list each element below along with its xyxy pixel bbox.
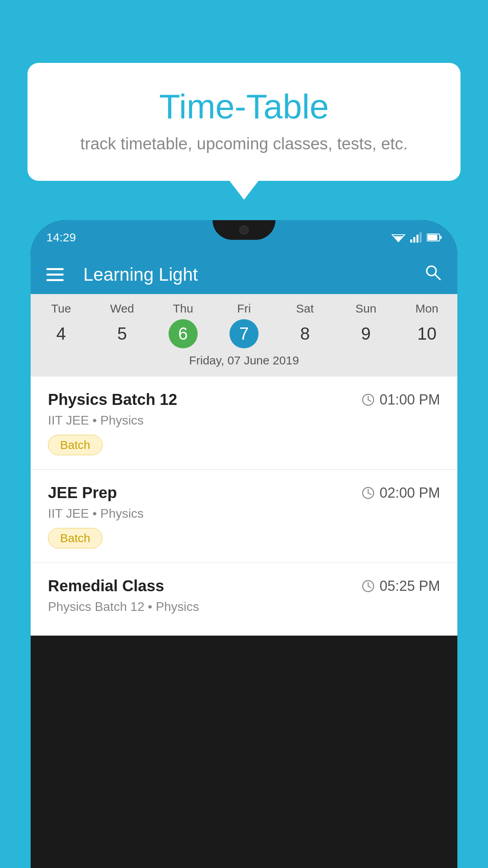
schedule-subtitle-2: IIT JEE • Physics: [48, 506, 440, 521]
hamburger-menu-button[interactable]: [46, 268, 64, 281]
svg-marker-0: [394, 236, 403, 242]
day-4[interactable]: 4: [31, 321, 92, 347]
speech-bubble: Time-Table track timetable, upcoming cla…: [28, 63, 460, 181]
day-label-sat[interactable]: Sat: [275, 302, 336, 315]
batch-badge-1: Batch: [48, 435, 103, 455]
day-label-fri[interactable]: Fri: [213, 302, 274, 315]
schedule-subtitle-3: Physics Batch 12 • Physics: [48, 600, 440, 614]
schedule-title-2: JEE Prep: [48, 484, 117, 502]
battery-icon: [427, 233, 442, 242]
day-label-mon[interactable]: Mon: [396, 302, 457, 315]
svg-rect-3: [413, 237, 415, 243]
schedule-item-1[interactable]: Physics Batch 12 01:00 PM IIT JEE • Phys…: [31, 377, 457, 470]
day-7-selected[interactable]: 7: [229, 319, 259, 348]
status-time: 14:29: [46, 231, 76, 244]
schedule-subtitle-1: IIT JEE • Physics: [48, 413, 440, 428]
app-title: Learning Light: [83, 264, 409, 285]
schedule-time-1: 01:00 PM: [361, 392, 440, 408]
day-label-thu[interactable]: Thu: [152, 302, 213, 315]
notch: [213, 220, 275, 240]
speech-bubble-title: Time-Table: [59, 86, 429, 127]
clock-icon-1: [361, 393, 375, 406]
day-5[interactable]: 5: [92, 321, 152, 347]
schedule-item-2[interactable]: JEE Prep 02:00 PM IIT JEE • Physics Batc…: [31, 470, 457, 563]
schedule-time-3: 05:25 PM: [361, 578, 440, 594]
svg-rect-7: [427, 235, 437, 240]
svg-line-16: [368, 493, 371, 495]
schedule-title-1: Physics Batch 12: [48, 391, 177, 408]
status-bar: 14:29: [31, 220, 457, 255]
calendar-strip: Tue Wed Thu Fri Sat Sun Mon 4 5 6 7 8 9 …: [31, 294, 457, 377]
day-numbers: 4 5 6 7 8 9 10: [31, 319, 457, 348]
day-headers: Tue Wed Thu Fri Sat Sun Mon: [31, 302, 457, 315]
svg-rect-5: [420, 232, 422, 243]
status-icons: [391, 232, 442, 243]
schedule-item-3[interactable]: Remedial Class 05:25 PM Physics Batch 12…: [31, 563, 457, 636]
signal-icon: [410, 232, 422, 243]
search-button[interactable]: [424, 264, 442, 285]
day-8[interactable]: 8: [275, 321, 336, 347]
phone-frame: 14:29: [31, 220, 457, 868]
svg-rect-8: [440, 236, 442, 239]
app-bar: Learning Light: [31, 255, 457, 294]
clock-icon-2: [361, 486, 375, 500]
day-label-tue[interactable]: Tue: [31, 302, 92, 315]
day-label-wed[interactable]: Wed: [92, 302, 152, 315]
svg-line-13: [368, 400, 371, 401]
day-10[interactable]: 10: [396, 321, 457, 347]
speech-bubble-subtitle: track timetable, upcoming classes, tests…: [59, 134, 429, 153]
schedule-container: Physics Batch 12 01:00 PM IIT JEE • Phys…: [31, 377, 457, 636]
svg-rect-4: [416, 235, 418, 243]
current-date-label: Friday, 07 June 2019: [31, 354, 457, 373]
camera: [239, 225, 249, 235]
clock-icon-3: [361, 579, 375, 593]
day-6-today[interactable]: 6: [169, 319, 198, 348]
svg-rect-2: [410, 239, 412, 243]
schedule-time-2: 02:00 PM: [361, 485, 440, 501]
svg-line-10: [435, 274, 440, 280]
svg-line-19: [368, 586, 371, 588]
batch-badge-2: Batch: [48, 528, 103, 548]
day-9[interactable]: 9: [336, 321, 396, 347]
schedule-title-3: Remedial Class: [48, 577, 164, 595]
wifi-icon: [391, 232, 405, 243]
day-label-sun[interactable]: Sun: [336, 302, 396, 315]
